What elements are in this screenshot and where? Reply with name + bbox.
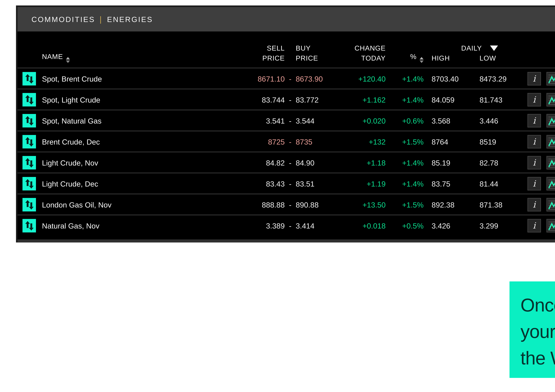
column-header-sell-price: SELLPRICE [219,43,285,63]
daily-high-value: 8703.40 [431,74,480,83]
daily-high-value: 85.19 [431,158,480,167]
change-today-value: +120.40 [334,74,386,83]
sort-icon[interactable] [66,57,70,63]
instrument-transfer-icon[interactable] [22,156,36,169]
daily-high-value: 8764 [431,137,480,146]
buy-price[interactable]: 83.772 [296,95,334,104]
sell-price[interactable]: 83.43 [219,179,285,188]
sell-price[interactable]: 3.541 [219,116,285,125]
daily-low-value: 3.299 [480,221,527,230]
info-icon[interactable]: i [527,93,541,106]
title-separator: | [95,15,107,23]
instrument-transfer-icon[interactable] [22,219,36,232]
change-percent-value: +1.5% [386,137,424,146]
table-row: Spot, Light Crude 83.744 - 83.772 +1.162… [18,89,555,110]
window-title: COMMODITIES|ENERGIES [31,15,153,24]
column-header-percent[interactable]: % [386,52,424,63]
chart-icon[interactable] [547,156,555,169]
info-icon[interactable]: i [527,135,541,148]
buy-price[interactable]: 83.51 [296,179,334,188]
info-icon[interactable]: i [527,219,541,232]
chart-icon[interactable] [547,135,555,148]
price-dash: - [285,137,296,146]
info-icon[interactable]: i [527,177,541,190]
sell-price[interactable]: 83.744 [219,95,285,104]
daily-low-value: 8473.29 [480,74,527,83]
buy-price[interactable]: 84.90 [296,158,334,167]
column-header-name[interactable]: NAME [42,52,219,63]
instrument-name: Brent Crude, Dec [42,137,219,146]
daily-low-value: 8519 [480,137,527,146]
info-icon[interactable]: i [527,72,541,85]
chart-icon[interactable] [547,93,555,106]
daily-high-value: 3.426 [431,221,480,230]
chart-icon[interactable] [547,72,555,85]
instrument-name: Spot, Light Crude [42,95,219,104]
change-today-value: +0.020 [334,116,386,125]
column-header-change-today: CHANGETODAY [334,43,386,63]
table-row: Spot, Brent Crude 8671.10 - 8673.90 +120… [18,67,555,89]
column-header-low: LOW [480,53,527,63]
instruments-table: NAME SELLPRICE BUYPRICE CHANGETODAY % [18,31,555,243]
sell-price[interactable]: 8725 [219,137,285,146]
sell-price[interactable]: 8671.10 [219,74,285,83]
buy-price[interactable]: 890.88 [296,200,334,209]
table-row: London Gas Oil, Nov 888.88 - 890.88 +13.… [18,193,555,214]
price-dash: - [285,221,296,230]
chart-icon[interactable] [547,219,555,232]
change-today-value: +1.162 [334,95,386,104]
sell-price[interactable]: 888.88 [219,200,285,209]
change-today-value: +1.18 [334,158,386,167]
buy-price[interactable]: 3.414 [296,221,334,230]
instrument-transfer-icon[interactable] [22,93,36,106]
table-row: Natural Gas, Nov 3.389 - 3.414 +0.018 +0… [18,214,555,236]
chart-icon[interactable] [547,114,555,127]
buy-price[interactable]: 8735 [296,137,334,146]
table-row: Light Crude, Nov 84.82 - 84.90 +1.18 +1.… [18,152,555,172]
info-icon[interactable]: i [527,114,541,127]
daily-high-value: 3.568 [431,116,480,125]
table-header-row: NAME SELLPRICE BUYPRICE CHANGETODAY % [18,31,555,67]
change-today-value: +0.018 [334,221,386,230]
instrument-transfer-icon[interactable] [22,114,36,127]
instrument-name: Light Crude, Dec [42,179,219,188]
column-header-buy-price: BUYPRICE [296,43,334,63]
buy-price[interactable]: 3.544 [296,116,334,125]
column-header-daily-group: DAILY HIGH LOW [431,43,527,63]
table-row: Brent Crude, Dec 8725 - 8735 +132 +1.5% … [18,131,555,152]
daily-low-value: 81.743 [480,95,527,104]
instrument-transfer-icon[interactable] [22,198,36,211]
sell-price[interactable]: 84.82 [219,158,285,167]
change-today-value: +132 [334,137,386,146]
instrument-transfer-icon[interactable] [22,177,36,190]
change-percent-value: +1.4% [386,74,424,83]
callout-text: the Watchlist icon. [520,345,555,371]
instrument-transfer-icon[interactable] [22,72,36,85]
change-percent-value: +1.4% [386,158,424,167]
daily-high-value: 84.059 [431,95,480,104]
daily-low-value: 3.446 [480,116,527,125]
title-section: ENERGIES [107,15,153,23]
change-today-value: +1.19 [334,179,386,188]
daily-low-value: 82.78 [480,158,527,167]
info-icon[interactable]: i [527,156,541,169]
buy-price[interactable]: 8673.90 [296,74,334,83]
chart-icon[interactable] [547,198,555,211]
daily-high-value: 83.75 [431,179,480,188]
price-dash: - [285,200,296,209]
sort-icon[interactable] [420,57,424,63]
daily-dropdown-icon[interactable] [490,45,498,51]
instrument-name: London Gas Oil, Nov [42,200,219,209]
change-percent-value: +1.4% [386,95,424,104]
info-icon[interactable]: i [527,198,541,211]
chart-icon[interactable] [547,177,555,190]
price-dash: - [285,95,296,104]
titlebar: COMMODITIES|ENERGIES ✕ [18,7,555,31]
price-dash: - [285,74,296,83]
change-today-value: +13.50 [334,200,386,209]
title-category: COMMODITIES [31,15,95,23]
instrument-name: Spot, Natural Gas [42,116,219,125]
instrument-transfer-icon[interactable] [22,135,36,148]
sell-price[interactable]: 3.389 [219,221,285,230]
daily-selector[interactable]: DAILY [431,43,527,53]
